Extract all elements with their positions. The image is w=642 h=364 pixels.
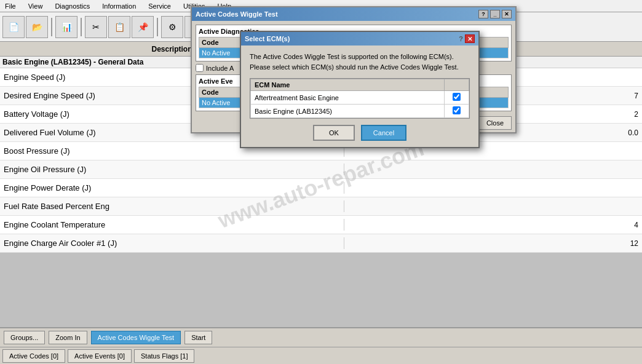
row-val-5 xyxy=(344,168,642,171)
table-row: Engine Power Derate (J) xyxy=(0,179,642,197)
zoom-in-button[interactable]: Zoom In xyxy=(49,331,87,344)
ecm-table-wrap: ECM Name Aftertreatment Basic Engine Bas… xyxy=(250,78,470,119)
ecm-name-header: ECM Name xyxy=(251,79,445,91)
ecm-check-1[interactable] xyxy=(445,105,469,118)
ecm-close-x-btn[interactable]: ✕ xyxy=(465,34,475,43)
menu-information[interactable]: Information xyxy=(100,1,138,11)
wiggle-test-button[interactable]: Active Codes Wiggle Test xyxy=(91,331,181,344)
wiggle-titlebar: Active Codes Wiggle Test ? _ ✕ xyxy=(192,7,515,21)
wiggle-help-btn[interactable]: ? xyxy=(478,10,488,18)
ecm-cancel-button[interactable]: Cancel xyxy=(361,125,406,141)
ecm-buttons: OK Cancel xyxy=(250,125,470,141)
ecm-dialog: Select ECM(s) ? ✕ The Active Codes Wiggl… xyxy=(240,31,480,148)
groups-button[interactable]: Groups... xyxy=(4,331,45,344)
ecm-titlebar-btns: ? ✕ xyxy=(459,34,475,43)
ecm-row-1: Basic Engine (LAB12345) xyxy=(251,105,469,118)
ecm-table: ECM Name Aftertreatment Basic Engine Bas… xyxy=(250,79,469,118)
toolbar-new[interactable]: 📄 xyxy=(2,16,25,38)
ecm-name-0: Aftertreatment Basic Engine xyxy=(251,91,445,105)
toolbar-cut[interactable]: ✂ xyxy=(85,16,107,38)
table-row: Engine Coolant Temperature 4 xyxy=(0,216,642,234)
include-label: Include A xyxy=(206,65,234,72)
menu-view[interactable]: View xyxy=(26,1,46,11)
ecm-description: The Active Codes Wiggle Test is supporte… xyxy=(250,52,470,72)
toolbar-sep2 xyxy=(81,18,82,36)
include-checkbox[interactable] xyxy=(196,64,204,72)
status-bar: Active Codes [0] Active Events [0] Statu… xyxy=(0,347,642,364)
row-desc-6: Engine Power Derate (J) xyxy=(0,182,344,194)
ecm-help-icon[interactable]: ? xyxy=(459,35,463,42)
toolbar-sep1 xyxy=(51,18,52,36)
row-val-4 xyxy=(344,150,642,152)
ecm-ok-button[interactable]: OK xyxy=(313,125,355,141)
ecm-row-0: Aftertreatment Basic Engine xyxy=(251,91,469,105)
toolbar-graph[interactable]: 📊 xyxy=(55,16,77,38)
ecm-checkbox-0[interactable] xyxy=(453,93,461,101)
row-desc-9: Engine Charge Air Cooler #1 (J) xyxy=(0,237,344,249)
ecm-body: The Active Codes Wiggle Test is supporte… xyxy=(241,46,478,147)
ecm-title: Select ECM(s) xyxy=(245,35,290,42)
ecm-titlebar: Select ECM(s) ? ✕ xyxy=(241,32,478,46)
wiggle-titlebar-btns: ? _ ✕ xyxy=(478,10,512,18)
table-row: Engine Charge Air Cooler #1 (J) 12 xyxy=(0,234,642,253)
row-val-8: 4 xyxy=(344,220,642,231)
menu-file[interactable]: File xyxy=(2,1,18,11)
row-val-6 xyxy=(344,187,642,189)
row-desc-7: Fuel Rate Based Percent Eng xyxy=(0,200,344,212)
row-val-9: 12 xyxy=(344,238,642,249)
wiggle-min-btn[interactable]: _ xyxy=(490,10,500,18)
menu-diagnostics[interactable]: Diagnostics xyxy=(52,1,92,11)
menu-service[interactable]: Service xyxy=(146,1,173,11)
bottom-toolbar: Groups... Zoom In Active Codes Wiggle Te… xyxy=(0,327,642,347)
ecm-name-1: Basic Engine (LAB12345) xyxy=(251,105,445,118)
active-codes-button[interactable]: Active Codes [0] xyxy=(2,349,65,363)
table-row: Engine Oil Pressure (J) xyxy=(0,160,642,179)
active-events-button[interactable]: Active Events [0] xyxy=(68,349,132,363)
toolbar-open[interactable]: 📂 xyxy=(26,16,48,38)
wiggle-close-button[interactable]: Close xyxy=(478,116,512,130)
toolbar-sep3 xyxy=(157,18,158,36)
toolbar-engine1[interactable]: ⚙ xyxy=(161,16,183,38)
toolbar-paste[interactable]: 📌 xyxy=(132,16,154,38)
row-desc-8: Engine Coolant Temperature xyxy=(0,219,344,231)
toolbar-copy[interactable]: 📋 xyxy=(108,16,130,38)
row-val-7 xyxy=(344,205,642,208)
ecm-checkbox-1[interactable] xyxy=(453,106,461,114)
row-desc-5: Engine Oil Pressure (J) xyxy=(0,164,344,175)
ecm-check-header xyxy=(445,79,469,91)
ecm-check-0[interactable] xyxy=(445,91,469,105)
wiggle-title: Active Codes Wiggle Test xyxy=(196,10,278,18)
wiggle-close-btn[interactable]: ✕ xyxy=(502,10,512,18)
status-flags-button[interactable]: Status Flags [1] xyxy=(134,349,194,363)
start-button[interactable]: Start xyxy=(184,331,212,344)
table-row: Fuel Rate Based Percent Eng xyxy=(0,197,642,216)
